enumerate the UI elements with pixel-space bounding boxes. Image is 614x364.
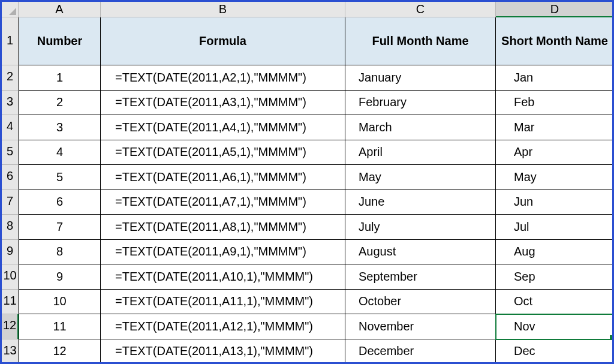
cell-B6[interactable]: =TEXT(DATE(2011,A6,1),"MMMM"): [101, 165, 345, 190]
row-header-1[interactable]: 1: [2, 17, 19, 65]
cell-A10[interactable]: 9: [19, 264, 101, 290]
cell-D9[interactable]: Aug: [496, 240, 614, 265]
row-header-7[interactable]: 7: [2, 190, 19, 215]
cell-D12[interactable]: Nov: [496, 314, 614, 339]
cell-C13[interactable]: December: [345, 339, 496, 365]
spreadsheet-frame: A B C D 1 Number Formula Full Month Name…: [0, 0, 614, 364]
row-header-6[interactable]: 6: [2, 165, 19, 190]
cell-B7[interactable]: =TEXT(DATE(2011,A7,1),"MMMM"): [101, 190, 345, 215]
cell-A13[interactable]: 12: [19, 339, 101, 365]
cell-D13[interactable]: Dec: [496, 339, 614, 365]
cell-C2[interactable]: January: [345, 65, 496, 91]
row-header-8[interactable]: 8: [2, 215, 19, 240]
cell-A6[interactable]: 5: [19, 165, 101, 190]
cell-B3[interactable]: =TEXT(DATE(2011,A3,1),"MMMM"): [101, 91, 345, 116]
cell-D2[interactable]: Jan: [496, 65, 614, 91]
row-header-2[interactable]: 2: [2, 65, 19, 91]
cell-A2[interactable]: 1: [19, 65, 101, 91]
cell-B10[interactable]: =TEXT(DATE(2011,A10,1),"MMMM"): [101, 264, 345, 290]
cell-B2[interactable]: =TEXT(DATE(2011,A2,1),"MMMM"): [101, 65, 345, 91]
row-header-3[interactable]: 3: [2, 91, 19, 116]
cell-C9[interactable]: August: [345, 240, 496, 265]
cell-B5[interactable]: =TEXT(DATE(2011,A5,1),"MMMM"): [101, 140, 345, 166]
cell-B11[interactable]: =TEXT(DATE(2011,A11,1),"MMMM"): [101, 290, 345, 315]
cell-B8[interactable]: =TEXT(DATE(2011,A8,1),"MMMM"): [101, 215, 345, 240]
cell-D6[interactable]: May: [496, 165, 614, 190]
spreadsheet-grid[interactable]: A B C D 1 Number Formula Full Month Name…: [2, 2, 614, 364]
cell-A1[interactable]: Number: [19, 17, 101, 65]
cell-C7[interactable]: June: [345, 190, 496, 215]
cell-B13[interactable]: =TEXT(DATE(2011,A13,1),"MMMM"): [101, 339, 345, 365]
row-header-11[interactable]: 11: [2, 290, 19, 315]
cell-A5[interactable]: 4: [19, 140, 101, 166]
cell-B9[interactable]: =TEXT(DATE(2011,A9,1),"MMMM"): [101, 240, 345, 265]
col-header-C[interactable]: C: [345, 2, 496, 17]
cell-B1[interactable]: Formula: [101, 17, 345, 65]
cell-C12[interactable]: November: [345, 314, 496, 339]
col-header-B[interactable]: B: [101, 2, 345, 17]
row-header-13[interactable]: 13: [2, 339, 19, 365]
col-header-A[interactable]: A: [19, 2, 101, 17]
cell-C6[interactable]: May: [345, 165, 496, 190]
cell-C1[interactable]: Full Month Name: [345, 17, 496, 65]
cell-D7[interactable]: Jun: [496, 190, 614, 215]
cell-B4[interactable]: =TEXT(DATE(2011,A4,1),"MMMM"): [101, 115, 345, 140]
select-all-corner[interactable]: [2, 2, 19, 17]
row-header-5[interactable]: 5: [2, 140, 19, 166]
cell-B12[interactable]: =TEXT(DATE(2011,A12,1),"MMMM"): [101, 314, 345, 339]
cell-C3[interactable]: February: [345, 91, 496, 116]
cell-D11[interactable]: Oct: [496, 290, 614, 315]
cell-A4[interactable]: 3: [19, 115, 101, 140]
row-header-4[interactable]: 4: [2, 115, 19, 140]
cell-D5[interactable]: Apr: [496, 140, 614, 166]
cell-A7[interactable]: 6: [19, 190, 101, 215]
cell-C11[interactable]: October: [345, 290, 496, 315]
cell-D10[interactable]: Sep: [496, 264, 614, 290]
cell-C8[interactable]: July: [345, 215, 496, 240]
cell-A9[interactable]: 8: [19, 240, 101, 265]
cell-C4[interactable]: March: [345, 115, 496, 140]
cell-D8[interactable]: Jul: [496, 215, 614, 240]
cell-C10[interactable]: September: [345, 264, 496, 290]
row-header-10[interactable]: 10: [2, 264, 19, 290]
cell-A11[interactable]: 10: [19, 290, 101, 315]
cell-A3[interactable]: 2: [19, 91, 101, 116]
row-header-12[interactable]: 12: [2, 314, 19, 339]
cell-A12[interactable]: 11: [19, 314, 101, 339]
row-header-9[interactable]: 9: [2, 240, 19, 265]
cell-C5[interactable]: April: [345, 140, 496, 166]
cell-D1[interactable]: Short Month Name: [496, 17, 614, 65]
cell-D4[interactable]: Mar: [496, 115, 614, 140]
col-header-D[interactable]: D: [496, 2, 614, 17]
cell-A8[interactable]: 7: [19, 215, 101, 240]
cell-D3[interactable]: Feb: [496, 91, 614, 116]
